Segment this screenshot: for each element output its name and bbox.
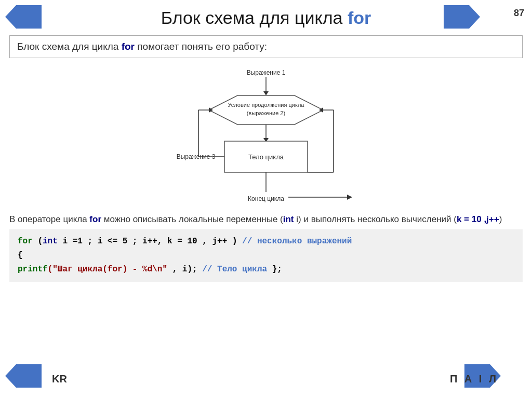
code-block: for (int i =1 ; i <= 5 ; i++, k = 10 , j… — [9, 229, 523, 282]
flowchart-area: Выражение 1 Условие продолжения цикла (в… — [0, 63, 532, 209]
svg-text:Выражение 1: Выражение 1 — [247, 69, 286, 76]
prev-arrow-bottom[interactable] — [5, 364, 42, 388]
svg-text:(выражение 2): (выражение 2) — [247, 110, 285, 116]
bottom-right-label: П А І Л — [450, 373, 498, 385]
code-line-1: for (int i =1 ; i <= 5 ; i++, k = 10 , j… — [18, 235, 514, 249]
svg-marker-22 — [347, 195, 352, 200]
svg-text:Тело цикла: Тело цикла — [248, 153, 284, 161]
svg-marker-2 — [263, 91, 269, 95]
code-line-3: printf("Шаг цикла(for) - %d\n" , i); // … — [18, 263, 514, 277]
intro-box: Блок схема для цикла for помогает понять… — [9, 35, 523, 58]
flowchart: Выражение 1 Условие продолжения цикла (в… — [157, 63, 375, 209]
svg-text:Конец цикла: Конец цикла — [248, 195, 284, 202]
description-text: В операторе цикла for можно описывать ло… — [9, 213, 523, 226]
svg-text:Условие продолжения цикла: Условие продолжения цикла — [228, 102, 305, 108]
code-line-2: { — [18, 249, 514, 263]
bottom-left-label: KR — [52, 373, 67, 385]
page-number: 87 — [514, 8, 524, 19]
